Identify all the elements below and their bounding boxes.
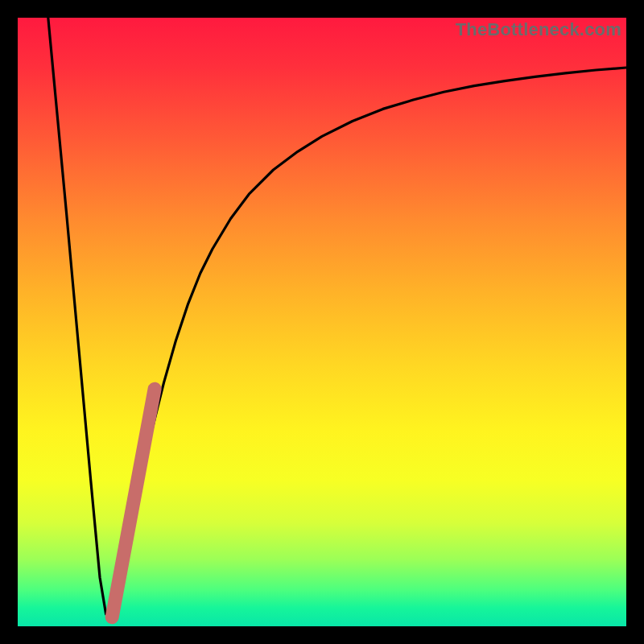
marker-segment: [112, 389, 155, 617]
chart-plot-area: TheBottleneck.com: [18, 18, 626, 626]
chart-svg: [18, 18, 626, 626]
chart-frame: TheBottleneck.com: [0, 0, 644, 644]
